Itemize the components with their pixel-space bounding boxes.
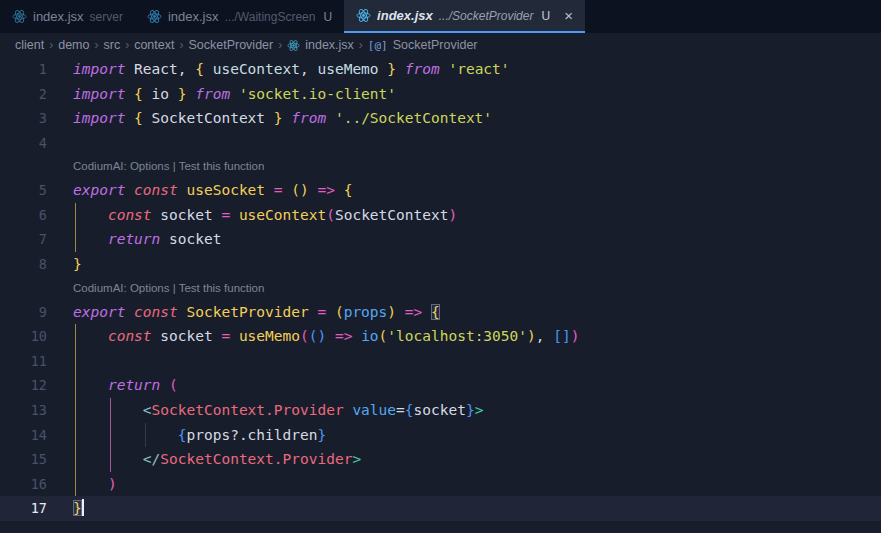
- line-number[interactable]: 6: [0, 203, 73, 228]
- tab-filename: index.jsx: [168, 9, 219, 24]
- close-icon[interactable]: ×: [564, 8, 573, 23]
- editor-tab-1[interactable]: index.jsxserver: [0, 0, 135, 33]
- code-line-5[interactable]: 5export const useSocket = () => {: [0, 178, 881, 203]
- codelens-link[interactable]: CodiumAI: Options | Test this function: [0, 155, 264, 178]
- breadcrumb-item[interactable]: context: [134, 38, 174, 52]
- tab-path-hint: .../WaitingScreen: [225, 10, 316, 24]
- line-number[interactable]: 15: [0, 447, 73, 472]
- code-line-6[interactable]: 6 const socket = useContext(SocketContex…: [0, 203, 881, 228]
- code-text: import { SocketContext } from '../Socket…: [73, 106, 492, 131]
- line-number[interactable]: 4: [0, 131, 73, 156]
- react-icon: [356, 8, 371, 23]
- code-line-11[interactable]: 11: [0, 349, 881, 374]
- text-cursor: [82, 499, 84, 516]
- tab-path-hint: server: [90, 10, 123, 24]
- breadcrumb-item[interactable]: client: [15, 38, 44, 52]
- code-line-14[interactable]: 14 {props?.children}: [0, 423, 881, 448]
- breadcrumb-item[interactable]: SocketProvider: [188, 38, 273, 52]
- code-text: <SocketContext.Provider value={socket}>: [73, 398, 483, 423]
- line-number[interactable]: 9: [0, 300, 73, 325]
- react-icon: [147, 9, 162, 24]
- line-number[interactable]: 17: [0, 496, 73, 521]
- react-icon: [356, 8, 371, 23]
- code-text: {props?.children}: [73, 423, 326, 448]
- breadcrumb-file[interactable]: index.jsx: [305, 38, 354, 52]
- code-line-10[interactable]: 10 const socket = useMemo(() => io('loca…: [0, 324, 881, 349]
- indent-guide: [145, 423, 146, 448]
- codelens-row: CodiumAI: Options | Test this function: [0, 155, 881, 178]
- line-number[interactable]: 8: [0, 252, 73, 277]
- chevron-right-icon: ›: [359, 38, 363, 52]
- chevron-right-icon: ›: [49, 38, 53, 52]
- indent-guide: [110, 398, 111, 472]
- code-text: const socket = useContext(SocketContext): [73, 203, 457, 228]
- code-text: const socket = useMemo(() => io('localho…: [73, 324, 579, 349]
- chevron-right-icon: ›: [94, 38, 98, 52]
- code-text: ): [73, 472, 117, 497]
- line-number[interactable]: 3: [0, 106, 73, 131]
- line-number[interactable]: 14: [0, 423, 73, 448]
- react-icon: [12, 9, 27, 24]
- code-line-1[interactable]: 1import React, { useContext, useMemo } f…: [0, 57, 881, 82]
- breadcrumb-symbol[interactable]: SocketProvider: [393, 38, 478, 52]
- code-line-12[interactable]: 12 return (: [0, 373, 881, 398]
- code-text: import React, { useContext, useMemo } fr…: [73, 57, 510, 82]
- line-number[interactable]: 2: [0, 82, 73, 107]
- react-icon: [12, 9, 27, 24]
- code-text: return socket: [73, 227, 221, 252]
- git-status-badge: U: [541, 9, 550, 23]
- line-number[interactable]: 1: [0, 57, 73, 82]
- git-status-badge: U: [323, 10, 332, 24]
- codelens-link[interactable]: CodiumAI: Options | Test this function: [0, 277, 264, 300]
- breadcrumb-item[interactable]: demo: [58, 38, 89, 52]
- line-number[interactable]: 12: [0, 373, 73, 398]
- code-line-2[interactable]: 2import { io } from 'socket.io-client': [0, 82, 881, 107]
- symbol-icon: [@]: [368, 39, 388, 52]
- editor-code-area[interactable]: 1import React, { useContext, useMemo } f…: [0, 57, 881, 521]
- editor-tab-2[interactable]: index.jsx.../WaitingScreenU: [135, 0, 344, 33]
- code-line-16[interactable]: 16 ): [0, 472, 881, 497]
- react-icon: [287, 39, 300, 52]
- code-line-7[interactable]: 7 return socket: [0, 227, 881, 252]
- line-number[interactable]: 16: [0, 472, 73, 497]
- line-number[interactable]: 13: [0, 398, 73, 423]
- line-number[interactable]: 7: [0, 227, 73, 252]
- code-text: return (: [73, 373, 178, 398]
- tab-filename: index.jsx: [377, 8, 433, 23]
- indent-guide: [75, 203, 76, 252]
- tab-bar: index.jsxserverindex.jsx.../WaitingScree…: [0, 0, 881, 33]
- code-line-8[interactable]: 8}: [0, 252, 881, 277]
- code-text: }: [73, 496, 84, 521]
- line-number[interactable]: 5: [0, 178, 73, 203]
- code-text: </SocketContext.Provider>: [73, 447, 361, 472]
- line-number[interactable]: 10: [0, 324, 73, 349]
- react-icon: [287, 39, 300, 52]
- vscode-window: index.jsxserverindex.jsx.../WaitingScree…: [0, 0, 881, 533]
- code-text: export const SocketProvider = (props) =>…: [73, 300, 440, 325]
- chevron-right-icon: ›: [125, 38, 129, 52]
- code-text: import { io } from 'socket.io-client': [73, 82, 396, 107]
- code-line-15[interactable]: 15 </SocketContext.Provider>: [0, 447, 881, 472]
- editor-tab-3[interactable]: index.jsx.../SocketProviderU×: [344, 0, 585, 33]
- code-line-3[interactable]: 3import { SocketContext } from '../Socke…: [0, 106, 881, 131]
- code-line-17[interactable]: 17}: [0, 496, 881, 521]
- code-line-4[interactable]: 4: [0, 131, 881, 156]
- chevron-right-icon: ›: [278, 38, 282, 52]
- code-line-13[interactable]: 13 <SocketContext.Provider value={socket…: [0, 398, 881, 423]
- code-line-9[interactable]: 9export const SocketProvider = (props) =…: [0, 300, 881, 325]
- react-icon: [147, 9, 162, 24]
- tab-filename: index.jsx: [33, 9, 84, 24]
- code-text: }: [73, 252, 82, 277]
- breadcrumb: client›demo›src›context›SocketProvider›i…: [0, 33, 881, 57]
- code-text: export const useSocket = () => {: [73, 178, 352, 203]
- indent-guide: [75, 324, 76, 496]
- codelens-row: CodiumAI: Options | Test this function: [0, 277, 881, 300]
- tab-path-hint: .../SocketProvider: [439, 9, 534, 23]
- breadcrumb-item[interactable]: src: [103, 38, 120, 52]
- chevron-right-icon: ›: [179, 38, 183, 52]
- line-number[interactable]: 11: [0, 349, 73, 374]
